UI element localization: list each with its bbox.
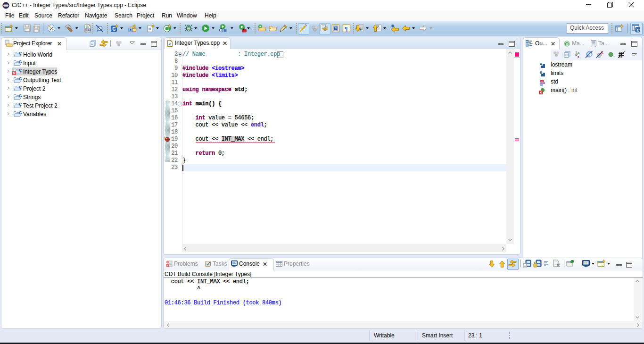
- svg-text:c: c: [130, 28, 132, 32]
- svg-text:C: C: [637, 28, 640, 33]
- svg-text:C: C: [112, 26, 116, 32]
- svg-text:c: c: [149, 26, 151, 31]
- svg-text:¶: ¶: [345, 25, 348, 32]
- svg-text:010: 010: [86, 28, 91, 32]
- svg-text:z: z: [578, 55, 579, 59]
- svg-text:.c: .c: [168, 42, 171, 46]
